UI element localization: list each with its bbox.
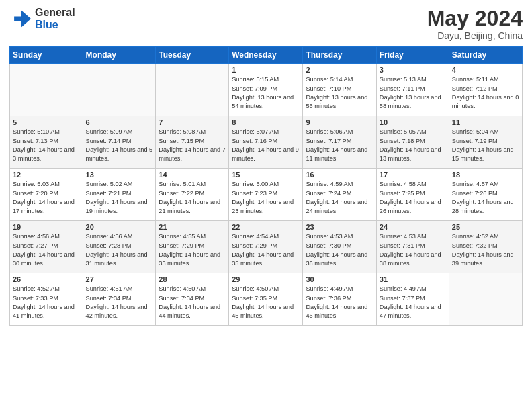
day-number: 8: [232, 118, 300, 126]
table-row: 13Sunrise: 5:02 AM Sunset: 7:21 PM Dayli…: [83, 169, 156, 221]
day-number: 2: [306, 66, 373, 74]
logo-general-text: General: [35, 7, 75, 19]
table-row: 2Sunrise: 5:14 AM Sunset: 7:10 PM Daylig…: [303, 64, 376, 116]
day-info: Sunrise: 4:49 AM Sunset: 7:37 PM Dayligh…: [380, 285, 446, 320]
location-subtitle: Dayu, Beijing, China: [427, 30, 523, 41]
table-row: 18Sunrise: 4:57 AM Sunset: 7:26 PM Dayli…: [449, 169, 522, 221]
calendar-table: Sunday Monday Tuesday Wednesday Thursday…: [9, 46, 523, 326]
day-info: Sunrise: 4:52 AM Sunset: 7:33 PM Dayligh…: [13, 285, 80, 320]
day-number: 23: [306, 223, 373, 231]
table-row: 7Sunrise: 5:08 AM Sunset: 7:15 PM Daylig…: [156, 116, 229, 169]
day-info: Sunrise: 5:09 AM Sunset: 7:14 PM Dayligh…: [86, 128, 153, 163]
table-row: 29Sunrise: 4:50 AM Sunset: 7:35 PM Dayli…: [229, 273, 303, 326]
day-info: Sunrise: 4:54 AM Sunset: 7:29 PM Dayligh…: [232, 232, 300, 268]
table-row: 23Sunrise: 4:53 AM Sunset: 7:30 PM Dayli…: [303, 221, 376, 273]
day-number: 19: [13, 223, 80, 231]
table-row: 16Sunrise: 4:59 AM Sunset: 7:24 PM Dayli…: [303, 169, 376, 221]
day-info: Sunrise: 4:55 AM Sunset: 7:29 PM Dayligh…: [159, 232, 226, 268]
title-block: May 2024 Dayu, Beijing, China: [427, 7, 523, 41]
page: General Blue May 2024 Dayu, Beijing, Chi…: [0, 0, 532, 411]
day-number: 4: [452, 66, 519, 74]
table-row: [10, 64, 83, 116]
day-number: 17: [380, 171, 446, 179]
calendar-week-row: 19Sunrise: 4:56 AM Sunset: 7:27 PM Dayli…: [10, 221, 523, 273]
table-row: 25Sunrise: 4:52 AM Sunset: 7:32 PM Dayli…: [449, 221, 522, 273]
day-number: 26: [13, 275, 80, 283]
day-info: Sunrise: 4:52 AM Sunset: 7:32 PM Dayligh…: [452, 232, 519, 268]
col-friday: Friday: [376, 47, 449, 64]
table-row: 21Sunrise: 4:55 AM Sunset: 7:29 PM Dayli…: [156, 221, 229, 273]
table-row: [83, 64, 156, 116]
day-number: 16: [306, 171, 373, 179]
table-row: 3Sunrise: 5:13 AM Sunset: 7:11 PM Daylig…: [376, 64, 449, 116]
table-row: 31Sunrise: 4:49 AM Sunset: 7:37 PM Dayli…: [376, 273, 449, 326]
header: General Blue May 2024 Dayu, Beijing, Chi…: [9, 7, 523, 41]
table-row: 6Sunrise: 5:09 AM Sunset: 7:14 PM Daylig…: [83, 116, 156, 169]
table-row: 17Sunrise: 4:58 AM Sunset: 7:25 PM Dayli…: [376, 169, 449, 221]
table-row: 8Sunrise: 5:07 AM Sunset: 7:16 PM Daylig…: [229, 116, 303, 169]
day-info: Sunrise: 5:08 AM Sunset: 7:15 PM Dayligh…: [159, 128, 226, 163]
col-saturday: Saturday: [449, 47, 522, 64]
day-info: Sunrise: 4:51 AM Sunset: 7:34 PM Dayligh…: [86, 285, 153, 320]
table-row: 24Sunrise: 4:53 AM Sunset: 7:31 PM Dayli…: [376, 221, 449, 273]
logo-icon: [9, 8, 31, 30]
day-info: Sunrise: 5:00 AM Sunset: 7:23 PM Dayligh…: [232, 180, 300, 216]
day-number: 30: [306, 275, 373, 283]
day-number: 25: [452, 223, 519, 231]
table-row: 27Sunrise: 4:51 AM Sunset: 7:34 PM Dayli…: [83, 273, 156, 326]
table-row: [449, 273, 522, 326]
table-row: 5Sunrise: 5:10 AM Sunset: 7:13 PM Daylig…: [10, 116, 83, 169]
day-number: 18: [452, 171, 519, 179]
table-row: 11Sunrise: 5:04 AM Sunset: 7:19 PM Dayli…: [449, 116, 522, 169]
day-info: Sunrise: 5:10 AM Sunset: 7:13 PM Dayligh…: [13, 128, 80, 163]
logo: General Blue: [9, 7, 75, 30]
day-number: 6: [86, 118, 153, 126]
calendar-week-row: 26Sunrise: 4:52 AM Sunset: 7:33 PM Dayli…: [10, 273, 523, 326]
table-row: 26Sunrise: 4:52 AM Sunset: 7:33 PM Dayli…: [10, 273, 83, 326]
day-info: Sunrise: 4:50 AM Sunset: 7:35 PM Dayligh…: [232, 285, 300, 320]
table-row: 10Sunrise: 5:05 AM Sunset: 7:18 PM Dayli…: [376, 116, 449, 169]
table-row: 14Sunrise: 5:01 AM Sunset: 7:22 PM Dayli…: [156, 169, 229, 221]
day-number: 1: [232, 66, 300, 74]
day-number: 7: [159, 118, 226, 126]
table-row: 30Sunrise: 4:49 AM Sunset: 7:36 PM Dayli…: [303, 273, 376, 326]
day-number: 27: [86, 275, 153, 283]
calendar-header-row: Sunday Monday Tuesday Wednesday Thursday…: [10, 47, 523, 64]
day-info: Sunrise: 5:07 AM Sunset: 7:16 PM Dayligh…: [232, 128, 300, 163]
col-monday: Monday: [83, 47, 156, 64]
day-info: Sunrise: 5:02 AM Sunset: 7:21 PM Dayligh…: [86, 180, 153, 216]
svg-marker-0: [14, 10, 31, 27]
day-number: 11: [452, 118, 519, 126]
day-number: 31: [380, 275, 446, 283]
day-info: Sunrise: 4:57 AM Sunset: 7:26 PM Dayligh…: [452, 180, 519, 216]
table-row: 9Sunrise: 5:06 AM Sunset: 7:17 PM Daylig…: [303, 116, 376, 169]
table-row: 12Sunrise: 5:03 AM Sunset: 7:20 PM Dayli…: [10, 169, 83, 221]
table-row: 1Sunrise: 5:15 AM Sunset: 7:09 PM Daylig…: [229, 64, 303, 116]
col-sunday: Sunday: [10, 47, 83, 64]
day-info: Sunrise: 4:53 AM Sunset: 7:31 PM Dayligh…: [380, 232, 446, 268]
month-title: May 2024: [427, 7, 523, 30]
day-info: Sunrise: 5:11 AM Sunset: 7:12 PM Dayligh…: [452, 75, 519, 111]
calendar-week-row: 5Sunrise: 5:10 AM Sunset: 7:13 PM Daylig…: [10, 116, 523, 169]
logo-blue-text: Blue: [35, 19, 75, 31]
col-wednesday: Wednesday: [229, 47, 303, 64]
logo-text: General Blue: [35, 7, 75, 30]
day-number: 15: [232, 171, 300, 179]
day-number: 29: [232, 275, 300, 283]
day-info: Sunrise: 4:56 AM Sunset: 7:28 PM Dayligh…: [86, 232, 153, 268]
day-info: Sunrise: 4:59 AM Sunset: 7:24 PM Dayligh…: [306, 180, 373, 216]
day-info: Sunrise: 5:05 AM Sunset: 7:18 PM Dayligh…: [380, 128, 446, 163]
day-info: Sunrise: 4:56 AM Sunset: 7:27 PM Dayligh…: [13, 232, 80, 268]
day-info: Sunrise: 4:49 AM Sunset: 7:36 PM Dayligh…: [306, 285, 373, 320]
day-number: 28: [159, 275, 226, 283]
day-number: 21: [159, 223, 226, 231]
day-number: 24: [380, 223, 446, 231]
day-number: 12: [13, 171, 80, 179]
day-number: 5: [13, 118, 80, 126]
table-row: 28Sunrise: 4:50 AM Sunset: 7:34 PM Dayli…: [156, 273, 229, 326]
table-row: 20Sunrise: 4:56 AM Sunset: 7:28 PM Dayli…: [83, 221, 156, 273]
day-info: Sunrise: 5:03 AM Sunset: 7:20 PM Dayligh…: [13, 180, 80, 216]
day-info: Sunrise: 5:01 AM Sunset: 7:22 PM Dayligh…: [159, 180, 226, 216]
day-number: 13: [86, 171, 153, 179]
day-number: 3: [380, 66, 446, 74]
